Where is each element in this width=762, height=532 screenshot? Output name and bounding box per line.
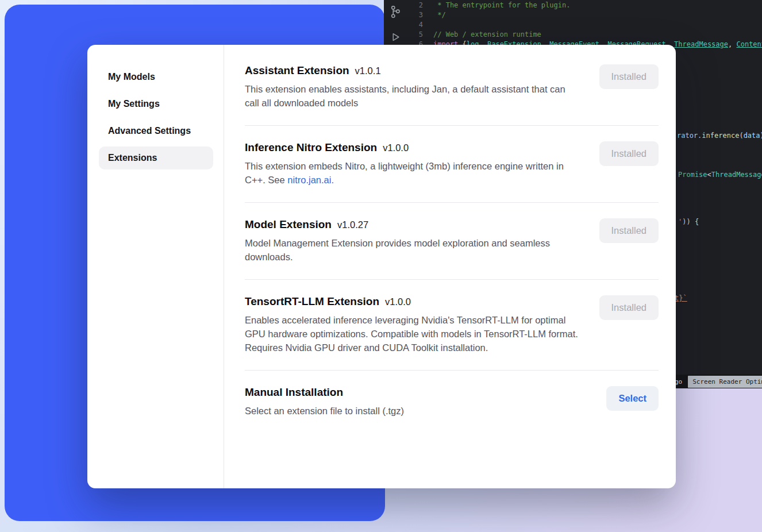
- installed-button[interactable]: Installed: [599, 141, 659, 166]
- extension-section-model: Model Extension v1.0.27 Model Management…: [245, 218, 659, 264]
- installed-button[interactable]: Installed: [599, 64, 659, 89]
- extension-title: TensortRT-LLM Extension: [245, 295, 379, 308]
- extension-version: v1.0.0: [385, 296, 411, 307]
- select-file-button[interactable]: Select: [606, 386, 659, 411]
- manual-installation-title: Manual Installation: [245, 386, 343, 399]
- manual-installation-section: Manual Installation Select an extension …: [245, 386, 659, 418]
- extension-description: This extension embeds Nitro, a lightweig…: [245, 159, 581, 187]
- extension-title: Assistant Extension: [245, 64, 349, 77]
- code-fragment: t}`: [675, 294, 687, 303]
- code-line: 4: [384, 20, 762, 30]
- manual-installation-description: Select an extension file to install (.tg…: [245, 404, 404, 418]
- extension-version: v1.0.1: [355, 65, 381, 76]
- sidebar-item-my-settings[interactable]: My Settings: [99, 92, 213, 115]
- extensions-panel: Assistant Extension v1.0.1 This extensio…: [224, 45, 676, 488]
- sidebar-item-my-models[interactable]: My Models: [99, 65, 213, 88]
- sidebar-item-extensions[interactable]: Extensions: [99, 147, 213, 169]
- section-divider: [245, 279, 659, 280]
- nitro-jan-ai-link[interactable]: nitro.jan.ai.: [287, 175, 334, 185]
- extension-section-nitro: Inference Nitro Extension v1.0.0 This ex…: [245, 141, 659, 187]
- screen-reader-badge[interactable]: Screen Reader Optimized: [688, 376, 762, 388]
- extension-title: Model Extension: [245, 218, 332, 231]
- installed-button[interactable]: Installed: [599, 218, 659, 243]
- extension-section-assistant: Assistant Extension v1.0.1 This extensio…: [245, 64, 659, 110]
- extension-description: Model Management Extension provides mode…: [245, 236, 581, 264]
- settings-sidebar: My Models My Settings Advanced Settings …: [87, 45, 224, 488]
- extension-description: Enables accelerated inference leveraging…: [245, 313, 581, 354]
- code-fragment: rator.inference(data));: [677, 131, 762, 141]
- code-line: 5// Web / extension runtime: [384, 30, 762, 40]
- code-line: 2 * The entrypoint for the plugin.: [384, 1, 762, 10]
- code-fragment: ')) {: [678, 217, 699, 227]
- section-divider: [245, 370, 659, 371]
- extension-description: This extension enables assistants, inclu…: [245, 82, 581, 110]
- extension-title: Inference Nitro Extension: [245, 141, 377, 154]
- installed-button[interactable]: Installed: [599, 295, 659, 320]
- extension-version: v1.0.0: [383, 142, 409, 153]
- settings-modal: My Models My Settings Advanced Settings …: [87, 45, 676, 488]
- code-line: 3 */: [384, 10, 762, 20]
- extension-version: v1.0.27: [337, 219, 368, 230]
- code-fragment: Promise<ThreadMessage>: [678, 170, 762, 180]
- section-divider: [245, 202, 659, 203]
- extension-section-tensorrt: TensortRT-LLM Extension v1.0.0 Enables a…: [245, 295, 659, 354]
- code-lines: 2 * The entrypoint for the plugin.3 */45…: [384, 1, 762, 49]
- section-divider: [245, 125, 659, 126]
- sidebar-item-advanced-settings[interactable]: Advanced Settings: [99, 119, 213, 142]
